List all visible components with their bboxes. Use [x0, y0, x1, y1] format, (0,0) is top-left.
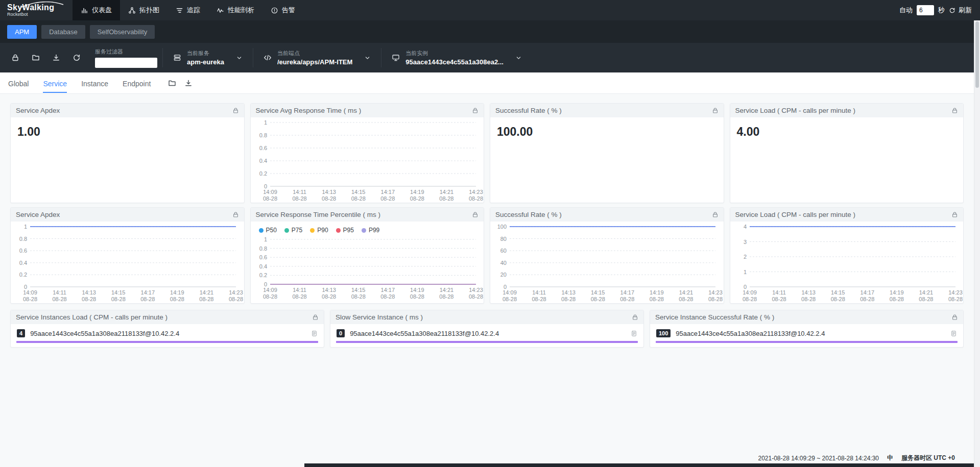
view-tabs: Global Service Instance Endpoint — [0, 72, 980, 94]
service-selector[interactable]: 当前服务 apm-eureka — [162, 48, 253, 67]
svg-text:0.2: 0.2 — [19, 272, 27, 278]
service-filter-input[interactable] — [95, 58, 157, 68]
reload-templates-button[interactable] — [73, 54, 81, 62]
detail-icon[interactable] — [950, 330, 957, 337]
lock-icon[interactable] — [951, 314, 958, 321]
refresh-button[interactable]: 刷新 — [949, 6, 972, 15]
svg-text:14:17: 14:17 — [380, 287, 395, 293]
nav-item-trace[interactable]: 追踪 — [168, 0, 208, 20]
endpoint-selector-label: 当前端点 — [277, 50, 352, 57]
legend-item-p99[interactable]: P99 — [362, 227, 379, 234]
tab-endpoint[interactable]: Endpoint — [123, 73, 151, 93]
service-load-chart: 0123414:0908-2814:1108-2814:1308-2814:15… — [730, 222, 964, 304]
tab-selfobservability[interactable]: SelfObservability — [90, 25, 155, 39]
detail-icon[interactable] — [311, 330, 318, 337]
card-header: Service Load ( CPM - calls per minute ) — [730, 208, 964, 222]
svg-text:1: 1 — [24, 224, 27, 230]
response-time-percentile-chart: 00.20.40.60.8114:0908-2814:1108-2814:130… — [251, 234, 484, 302]
svg-text:0.8: 0.8 — [259, 245, 267, 252]
legend-item-p90[interactable]: P90 — [310, 227, 328, 234]
tab-instance[interactable]: Instance — [81, 73, 108, 93]
nav-item-dashboard[interactable]: 仪表盘 — [73, 0, 120, 20]
lock-icon[interactable] — [472, 107, 479, 114]
footer-bar — [304, 463, 980, 467]
card-title: Service Response Time Percentile ( ms ) — [256, 211, 381, 218]
lock-icon[interactable] — [712, 107, 719, 114]
svg-text:14:09: 14:09 — [23, 289, 37, 296]
lock-icon[interactable] — [232, 211, 239, 218]
lock-icon — [11, 54, 19, 62]
endpoint-selector[interactable]: 当前端点 /eureka/apps/APM-ITEM — [253, 48, 381, 67]
lock-icon[interactable] — [951, 211, 958, 218]
avg-response-time-chart: 00.20.40.60.8114:0908-2814:1108-2814:130… — [251, 117, 484, 203]
tab-service[interactable]: Service — [43, 73, 67, 93]
nav-item-topology[interactable]: 拓扑图 — [120, 0, 168, 20]
svg-text:14:13: 14:13 — [801, 289, 816, 296]
lock-icon[interactable] — [712, 211, 719, 218]
lock-icon[interactable] — [472, 211, 479, 218]
trace-icon — [176, 7, 183, 14]
detail-icon[interactable] — [631, 330, 637, 337]
svg-text:14:15: 14:15 — [351, 189, 365, 195]
svg-text:14:23: 14:23 — [708, 289, 723, 296]
logo-subtitle: Rocketbot — [7, 12, 67, 17]
download-icon — [184, 79, 193, 87]
svg-text:0.8: 0.8 — [19, 236, 27, 242]
legend-item-p75[interactable]: P75 — [284, 227, 302, 234]
lock-icon[interactable] — [951, 107, 958, 114]
svg-text:14:15: 14:15 — [351, 287, 365, 293]
svg-text:08-28: 08-28 — [591, 296, 605, 302]
svg-text:14:23: 14:23 — [948, 289, 963, 296]
export-button[interactable] — [52, 54, 60, 62]
instance-list-item[interactable]: 4 95aace1443ce4c55a1a308ea2118133f@10.42… — [11, 324, 324, 337]
time-range-display[interactable]: 2021-08-28 14:09:29 ~ 2021-08-28 14:24:3… — [758, 455, 879, 462]
scrollbar-thumb[interactable] — [975, 21, 979, 88]
card-title: Service Apdex — [16, 107, 60, 114]
logo-title: SkyWalking — [7, 3, 67, 12]
svg-text:1: 1 — [743, 269, 746, 275]
tab-global[interactable]: Global — [8, 73, 29, 93]
successful-rate-value: 100.00 — [490, 117, 724, 139]
timezone-label: 服务器时区 UTC +0 — [901, 454, 955, 462]
lock-edit-button[interactable] — [11, 54, 19, 62]
svg-text:08-28: 08-28 — [292, 293, 306, 300]
legend-item-p95[interactable]: P95 — [336, 227, 354, 234]
nav-item-alarm[interactable]: 告警 — [262, 0, 303, 20]
legend-dot — [362, 228, 366, 233]
mode-tabs: APM Database SelfObservability — [0, 20, 980, 43]
instance-list-item[interactable]: 100 95aace1443ce4c55a1a308ea2118133f@10.… — [650, 324, 963, 337]
language-toggle[interactable]: 中 — [887, 454, 893, 462]
lock-icon[interactable] — [632, 314, 638, 321]
svg-text:14:09: 14:09 — [743, 289, 757, 296]
tab-apm[interactable]: APM — [7, 25, 37, 39]
scrollbar-track[interactable] — [974, 20, 980, 467]
instance-selector[interactable]: 当前实例 95aace1443ce4c55a1a308ea2... — [381, 48, 532, 67]
svg-text:08-28: 08-28 — [322, 293, 336, 300]
lock-icon[interactable] — [312, 314, 319, 321]
svg-text:08-28: 08-28 — [889, 296, 903, 302]
metrics-row-2: Service Apdex 00.20.40.60.8114:0908-2814… — [10, 207, 964, 304]
auto-refresh-toggle[interactable]: 自动 — [899, 6, 913, 15]
import-view-button[interactable] — [168, 79, 176, 87]
refresh-icon — [949, 7, 955, 14]
svg-text:08-28: 08-28 — [650, 296, 664, 302]
instance-list-item[interactable]: 0 95aace1443ce4c55a1a308ea2118133f@10.42… — [330, 324, 643, 337]
export-view-button[interactable] — [184, 79, 193, 87]
svg-text:08-28: 08-28 — [860, 296, 874, 302]
nav-item-profile[interactable]: 性能剖析 — [208, 0, 262, 20]
tab-database[interactable]: Database — [41, 25, 85, 39]
server-icon — [173, 54, 181, 62]
svg-text:20: 20 — [500, 272, 507, 278]
svg-text:08-28: 08-28 — [351, 293, 365, 300]
svg-text:08-28: 08-28 — [170, 296, 184, 302]
card-title: Service Load ( CPM - calls per minute ) — [735, 107, 856, 114]
legend-dot — [259, 228, 264, 233]
legend-item-p50[interactable]: P50 — [259, 227, 277, 234]
card-header: Service Response Time Percentile ( ms ) — [251, 208, 484, 222]
lock-icon[interactable] — [232, 107, 239, 114]
card-service-apdex-chart: Service Apdex 00.20.40.60.8114:0908-2814… — [10, 207, 245, 304]
import-button[interactable] — [32, 54, 40, 62]
svg-text:14:21: 14:21 — [439, 287, 453, 293]
auto-refresh-interval-input[interactable] — [917, 5, 934, 15]
svg-text:100: 100 — [497, 224, 507, 230]
